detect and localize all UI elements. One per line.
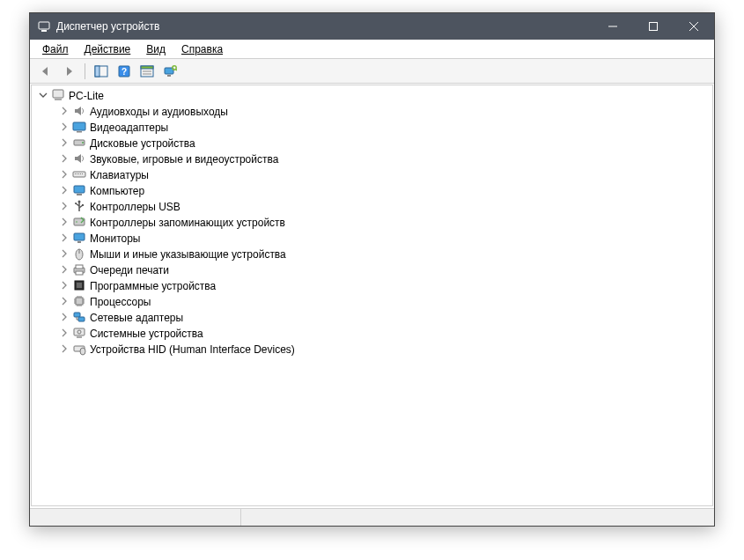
tree-item[interactable]: Очереди печати: [33, 262, 711, 277]
help-button[interactable]: ?: [114, 62, 135, 81]
titlebar[interactable]: Диспетчер устройств: [30, 13, 714, 40]
app-window: Диспетчер устройств Файл Действие Вид Сп…: [29, 12, 715, 527]
hid-icon: [72, 342, 86, 356]
tree-item[interactable]: Контроллеры запоминающих устройств: [33, 214, 711, 230]
expand-icon[interactable]: [58, 216, 70, 228]
computer-icon: [51, 88, 65, 102]
svg-rect-64: [74, 328, 85, 335]
tree-item-label: Устройства HID (Human Interface Devices): [90, 343, 295, 356]
forward-button[interactable]: [58, 62, 79, 81]
expand-icon[interactable]: [58, 152, 70, 165]
svg-rect-29: [82, 173, 83, 174]
tree-item-label: Мониторы: [90, 232, 140, 245]
tree-item-label: Контроллеры запоминающих устройств: [90, 216, 285, 229]
mouse-icon: [72, 247, 86, 261]
tree-item-label: Аудиовходы и аудиовыходы: [90, 105, 228, 118]
app-icon: [37, 19, 51, 33]
system-icon: [72, 326, 86, 340]
svg-rect-25: [75, 173, 76, 174]
expand-icon[interactable]: [58, 232, 70, 244]
tree-item[interactable]: Процессоры: [33, 293, 711, 309]
svg-point-68: [80, 348, 85, 355]
tree-item[interactable]: Системные устройства: [33, 325, 711, 341]
svg-rect-38: [74, 233, 85, 240]
status-cell-1: [30, 509, 241, 526]
window-title: Диспетчер устройств: [56, 20, 593, 33]
tree-item-label: Системные устройства: [90, 327, 203, 340]
svg-line-17: [176, 69, 178, 70]
svg-rect-0: [39, 22, 49, 29]
svg-rect-35: [82, 204, 84, 206]
menubar: Файл Действие Вид Справка: [30, 40, 714, 59]
tree-item[interactable]: Видеоадаптеры: [33, 119, 711, 135]
svg-rect-20: [73, 122, 85, 130]
tree-item[interactable]: Компьютер: [33, 182, 711, 198]
sound-icon: [72, 151, 86, 166]
svg-rect-3: [650, 23, 658, 31]
properties-button[interactable]: [136, 62, 158, 81]
menu-help[interactable]: Справка: [174, 41, 230, 57]
tree-item-label: Сетевые адаптеры: [90, 311, 183, 324]
storage-icon: [72, 215, 86, 229]
minimize-button[interactable]: [593, 13, 633, 40]
menu-action[interactable]: Действие: [77, 41, 138, 57]
expand-icon[interactable]: [58, 327, 70, 339]
tree-item[interactable]: Дисковые устройства: [33, 135, 711, 151]
usb-icon: [72, 199, 86, 213]
expand-icon[interactable]: [58, 279, 70, 291]
expand-icon[interactable]: [58, 295, 70, 307]
svg-rect-60: [74, 313, 80, 317]
tree-item[interactable]: Аудиовходы и аудиовыходы: [33, 103, 711, 119]
menu-view[interactable]: Вид: [139, 41, 173, 57]
expand-icon[interactable]: [58, 311, 70, 323]
tree-item[interactable]: Программные устройства: [33, 277, 711, 293]
close-button[interactable]: [674, 13, 714, 40]
tree-item[interactable]: Звуковые, игровые и видеоустройства: [33, 151, 711, 166]
tree-item-label: Клавиатуры: [90, 168, 149, 181]
expand-icon[interactable]: [58, 136, 70, 149]
tree-root[interactable]: PC-Lite: [33, 87, 711, 103]
svg-rect-31: [77, 194, 82, 195]
expand-icon[interactable]: [58, 168, 70, 181]
svg-rect-26: [77, 173, 77, 174]
expand-icon[interactable]: [58, 184, 70, 196]
expand-icon[interactable]: [58, 247, 70, 260]
tree-item-label: Дисковые устройства: [90, 136, 195, 150]
tree-item[interactable]: Мыши и иные указывающие устройства: [33, 246, 711, 262]
collapse-icon[interactable]: [37, 89, 49, 101]
tree-item-label: Программные устройства: [90, 279, 216, 292]
cpu-icon: [72, 294, 86, 308]
svg-rect-18: [53, 90, 63, 98]
tree-item-label: Видеоадаптеры: [90, 121, 168, 134]
svg-point-23: [82, 142, 84, 144]
menu-file[interactable]: Файл: [35, 41, 76, 57]
toolbar-separator: [85, 63, 85, 79]
expand-icon[interactable]: [58, 105, 70, 117]
maximize-button[interactable]: [633, 13, 674, 40]
svg-rect-46: [77, 283, 82, 288]
tree-root-label: PC-Lite: [69, 89, 104, 102]
printer-icon: [72, 262, 86, 276]
back-button[interactable]: [35, 62, 56, 81]
svg-rect-61: [78, 317, 85, 321]
monitor-icon: [72, 231, 86, 245]
scan-hardware-button[interactable]: [159, 62, 180, 81]
svg-rect-27: [78, 173, 79, 174]
expand-icon[interactable]: [58, 343, 70, 355]
tree-item[interactable]: Клавиатуры: [33, 166, 711, 182]
show-hide-tree-button[interactable]: [91, 62, 112, 81]
device-tree[interactable]: PC-Lite Аудиовходы и аудиовыходыВидеоада…: [31, 85, 713, 506]
expand-icon[interactable]: [58, 200, 70, 212]
svg-point-37: [76, 221, 77, 223]
tree-item[interactable]: Контроллеры USB: [33, 198, 711, 214]
tree-item[interactable]: Мониторы: [33, 230, 711, 246]
expand-icon[interactable]: [58, 263, 70, 276]
tree-item[interactable]: Сетевые адаптеры: [33, 309, 711, 325]
software-icon: [72, 278, 86, 292]
expand-icon[interactable]: [58, 121, 70, 133]
display-icon: [72, 120, 86, 134]
toolbar: ?: [30, 59, 714, 84]
tree-item-label: Звуковые, игровые и видеоустройства: [90, 152, 278, 166]
tree-item[interactable]: Устройства HID (Human Interface Devices): [33, 341, 711, 357]
computer-icon: [72, 183, 86, 197]
